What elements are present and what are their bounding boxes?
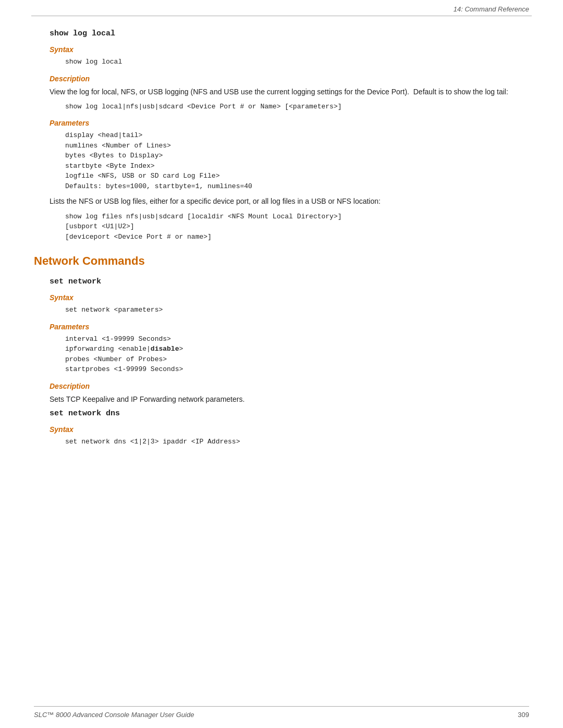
cmd-heading-set-network: set network: [50, 277, 529, 286]
syntax-label-1: Syntax: [50, 45, 529, 54]
page-footer: SLC™ 8000 Advanced Console Manager User …: [34, 706, 529, 719]
description-label-2: Description: [50, 382, 529, 390]
description-label-1: Description: [50, 75, 529, 83]
syntax-label-3: Syntax: [50, 425, 529, 434]
main-content: show log local Syntax show log local Des…: [34, 26, 529, 697]
syntax-code-3: set network dns <1|2|3> ipaddr <IP Addre…: [65, 437, 529, 447]
description-para-1: View the log for local, NFS, or USB logg…: [50, 86, 529, 97]
page-header: 14: Command Reference: [454, 5, 529, 13]
parameters-code-1: display <head|tail> numlines <Number of …: [65, 130, 529, 191]
section-network-commands: set network Syntax set network <paramete…: [50, 277, 529, 447]
description-para-2: Lists the NFS or USB log files, either f…: [50, 195, 529, 207]
description-code-2: show log files nfs|usb|sdcard [localdir …: [65, 212, 529, 242]
page-container: 14: Command Reference show log local Syn…: [0, 0, 563, 728]
footer-left-text: SLC™ 8000 Advanced Console Manager User …: [34, 711, 194, 719]
syntax-code-1: show log local: [65, 57, 529, 67]
top-rule: [31, 16, 532, 16]
parameters-label-1: Parameters: [50, 119, 529, 127]
parameters-label-2: Parameters: [50, 323, 529, 331]
section-show-log-local: show log local Syntax show log local Des…: [50, 29, 529, 242]
syntax-label-2: Syntax: [50, 293, 529, 302]
parameters-code-2: interval <1-99999 Seconds> ipforwarding …: [65, 334, 529, 375]
footer-page-number: 309: [518, 711, 529, 719]
description-para-3: Sets TCP Keepalive and IP Forwarding net…: [50, 393, 529, 405]
chapter-ref: 14: Command Reference: [454, 5, 529, 13]
description-code-1: show log local|nfs|usb|sdcard <Device Po…: [65, 102, 529, 112]
network-commands-heading: Network Commands: [34, 254, 529, 268]
cmd-heading-show-log-local: show log local: [50, 29, 529, 38]
cmd-heading-set-network-dns: set network dns: [50, 409, 529, 418]
syntax-code-2: set network <parameters>: [65, 305, 529, 315]
